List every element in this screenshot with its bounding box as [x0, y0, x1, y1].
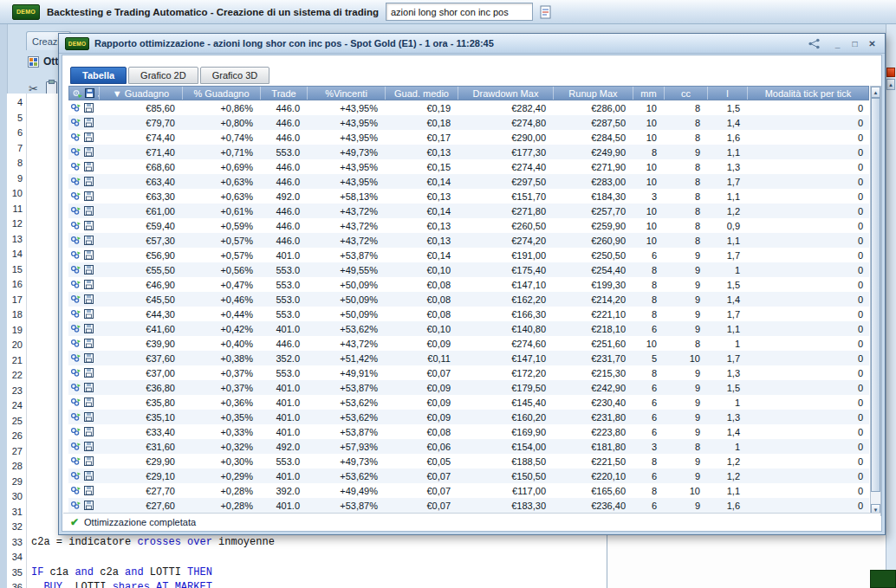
save-row-icon[interactable] — [84, 250, 94, 260]
apply-settings-icon[interactable] — [70, 427, 81, 436]
save-row-icon[interactable] — [84, 471, 94, 481]
table-row[interactable]: €33,40+0,33%401.0+53,87%€0,08€169,90€223… — [68, 424, 869, 439]
apply-settings-icon[interactable] — [70, 501, 81, 510]
save-row-icon[interactable] — [84, 177, 94, 186]
column-header-guad-medio[interactable]: Guad. medio — [385, 87, 458, 100]
apply-settings-icon[interactable] — [70, 162, 81, 171]
table-row[interactable]: €39,90+0,40%446.0+43,72%€0,09€274,60€251… — [68, 336, 869, 351]
save-row-icon[interactable] — [84, 383, 94, 392]
save-row-icon[interactable] — [84, 412, 94, 422]
save-row-icon[interactable] — [84, 221, 94, 230]
table-row[interactable]: €63,40+0,63%446.0+43,95%€0,14€297,50€283… — [68, 174, 869, 189]
table-row[interactable]: €31,60+0,32%492.0+57,93%€0,06€154,00€181… — [68, 439, 869, 454]
save-row-icon[interactable] — [84, 265, 94, 275]
table-row[interactable]: €85,60+0,86%446.0+43,95%€0,19€282,40€286… — [68, 100, 869, 115]
apply-settings-icon[interactable] — [70, 309, 81, 319]
save-all-icon[interactable] — [85, 88, 94, 98]
apply-settings-icon[interactable] — [70, 412, 81, 422]
apply-settings-icon[interactable] — [70, 456, 81, 466]
save-row-icon[interactable] — [84, 236, 94, 245]
column-header-drawdown-max[interactable]: Drawdown Max — [458, 87, 553, 100]
apply-settings-icon[interactable] — [70, 471, 81, 481]
tab-grafico-3d[interactable]: Grafico 3D — [200, 67, 270, 84]
apply-settings-icon[interactable] — [70, 397, 81, 407]
table-row[interactable]: €27,70+0,28%392.0+49,49%€0,07€117,00€165… — [68, 483, 869, 498]
save-row-icon[interactable] — [84, 309, 94, 319]
apply-settings-icon[interactable] — [70, 353, 81, 363]
table-row[interactable]: €61,00+0,61%446.0+43,72%€0,14€271,80€257… — [68, 204, 869, 218]
column-header-runup-max[interactable]: Runup Max — [553, 87, 633, 100]
apply-settings-icon[interactable] — [70, 118, 81, 127]
table-row[interactable]: €41,60+0,42%401.0+53,62%€0,10€140,80€218… — [68, 321, 869, 336]
column-header--vincenti[interactable]: %Vincenti — [307, 87, 385, 100]
save-row-icon[interactable] — [84, 456, 94, 466]
column-header-modalit-tick-per-tick[interactable]: Modalità tick per tick — [747, 87, 868, 100]
column-header-trade[interactable]: Trade — [260, 87, 307, 100]
apply-settings-icon[interactable] — [70, 103, 81, 113]
tab-tabella[interactable]: Tabella — [70, 67, 127, 84]
column-header-l[interactable]: l — [707, 87, 747, 100]
column-header--guadagno[interactable]: % Guadagno — [182, 87, 260, 100]
apply-settings-icon[interactable] — [70, 265, 81, 275]
system-name-field[interactable]: azioni long shor con inc pos — [386, 3, 533, 21]
column-header-cc[interactable]: cc — [664, 87, 707, 100]
apply-settings-icon[interactable] — [70, 368, 81, 378]
save-row-icon[interactable] — [84, 427, 94, 436]
app-vertical-scrollbar[interactable]: ▲ — [886, 24, 896, 588]
save-row-icon[interactable] — [84, 206, 94, 216]
apply-all-icon[interactable] — [72, 88, 82, 98]
apply-settings-icon[interactable] — [70, 191, 81, 201]
share-icon[interactable] — [808, 38, 821, 49]
table-row[interactable]: €35,80+0,36%401.0+53,62%€0,09€145,40€230… — [68, 395, 869, 410]
table-row[interactable]: €56,90+0,57%401.0+53,87%€0,14€191,00€250… — [68, 248, 869, 262]
table-row[interactable]: €37,60+0,38%352.0+51,42%€0,11€147,10€231… — [68, 351, 869, 365]
table-row[interactable]: €29,10+0,29%401.0+53,62%€0,07€150,50€220… — [68, 468, 869, 483]
scrollbar-thumb[interactable] — [871, 98, 880, 492]
apply-settings-icon[interactable] — [70, 250, 81, 260]
apply-settings-icon[interactable] — [70, 294, 81, 304]
save-row-icon[interactable] — [84, 280, 94, 289]
apply-settings-icon[interactable] — [70, 147, 81, 157]
close-button[interactable]: ✕ — [866, 37, 879, 49]
minimize-button[interactable]: _ — [831, 37, 844, 49]
table-row[interactable]: €79,70+0,80%446.0+43,95%€0,18€274,80€287… — [68, 115, 869, 130]
table-row[interactable]: €35,10+0,35%401.0+53,62%€0,09€160,20€231… — [68, 410, 869, 424]
save-row-icon[interactable] — [84, 162, 94, 171]
apply-settings-icon[interactable] — [70, 324, 81, 333]
table-row[interactable]: €27,60+0,28%401.0+53,87%€0,07€183,30€236… — [68, 498, 869, 513]
table-scrollbar[interactable]: ▲ ▼ — [870, 86, 881, 516]
table-row[interactable]: €37,00+0,37%553.0+49,91%€0,07€172,20€215… — [68, 365, 869, 380]
column-header-guadagno[interactable]: ▼ Guadagno — [99, 87, 182, 100]
table-row[interactable]: €45,50+0,46%553.0+50,09%€0,08€162,20€214… — [68, 292, 869, 307]
save-row-icon[interactable] — [84, 368, 94, 378]
save-row-icon[interactable] — [84, 442, 94, 451]
apply-settings-icon[interactable] — [70, 383, 81, 392]
close-panel-button[interactable] — [886, 68, 895, 77]
formula-icon[interactable] — [540, 5, 552, 19]
table-row[interactable]: €71,40+0,71%553.0+49,73%€0,13€177,30€249… — [68, 145, 869, 159]
scroll-up-arrow-icon[interactable]: ▲ — [871, 87, 880, 98]
table-row[interactable]: €74,40+0,74%446.0+43,95%€0,17€290,00€284… — [68, 130, 869, 145]
tab-grafico-2d[interactable]: Grafico 2D — [128, 67, 198, 84]
table-row[interactable]: €59,40+0,59%446.0+43,72%€0,13€260,50€259… — [68, 218, 869, 233]
table-row[interactable]: €44,30+0,44%553.0+50,09%€0,08€166,30€221… — [68, 307, 869, 321]
save-row-icon[interactable] — [84, 501, 94, 510]
table-row[interactable]: €55,50+0,56%553.0+49,55%€0,10€175,40€254… — [68, 262, 869, 277]
apply-settings-icon[interactable] — [70, 339, 81, 348]
apply-settings-icon[interactable] — [70, 442, 81, 451]
save-row-icon[interactable] — [84, 486, 94, 495]
table-row[interactable]: €68,60+0,69%446.0+43,95%€0,15€274,40€271… — [68, 159, 869, 174]
save-row-icon[interactable] — [84, 118, 94, 127]
apply-settings-icon[interactable] — [70, 280, 81, 289]
table-row[interactable]: €46,90+0,47%553.0+50,09%€0,08€147,10€199… — [68, 277, 869, 292]
apply-settings-icon[interactable] — [70, 221, 81, 230]
dialog-titlebar[interactable]: DEMO Rapporto ottimizzazione - azioni lo… — [59, 34, 885, 54]
save-row-icon[interactable] — [84, 397, 94, 407]
apply-settings-icon[interactable] — [70, 132, 81, 142]
save-row-icon[interactable] — [84, 147, 94, 157]
save-row-icon[interactable] — [84, 353, 94, 363]
apply-settings-icon[interactable] — [70, 177, 81, 186]
table-row[interactable]: €57,30+0,57%446.0+43,72%€0,13€274,20€260… — [68, 233, 869, 248]
maximize-button[interactable]: □ — [848, 37, 861, 49]
column-header-mm[interactable]: mm — [633, 87, 664, 100]
